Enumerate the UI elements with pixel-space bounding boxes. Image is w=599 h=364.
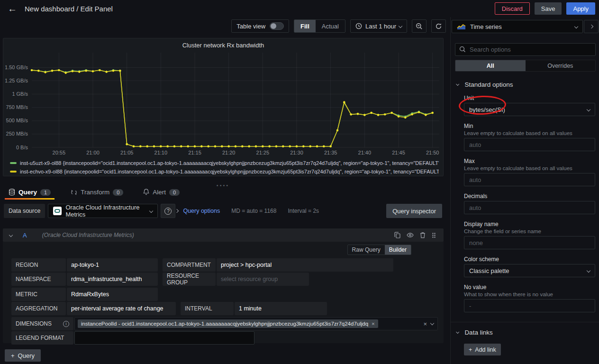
timeseries-chart[interactable]: 0 B/s250 MB/s500 MB/s750 MB/s1 GB/s1.25 …	[5, 50, 442, 158]
visualization-select[interactable]: Time series	[452, 20, 583, 33]
metric-select[interactable]: RdmaRxBytes	[67, 288, 158, 301]
color-scheme-label: Color scheme	[464, 256, 595, 263]
back-arrow-icon[interactable]: ←	[8, 3, 17, 14]
max-label: Max	[464, 158, 595, 164]
clear-dimensions-icon[interactable]: ×	[423, 320, 427, 328]
info-icon[interactable]: i	[63, 321, 69, 327]
chevron-right-icon	[589, 25, 593, 28]
series-label[interactable]: inst-echvo-x9-ol88 {instancepoolid="ocid…	[20, 169, 439, 174]
discard-button[interactable]: Discard	[495, 2, 530, 15]
chevron-down-icon	[587, 269, 590, 273]
namespace-label: NAMESPACE	[11, 273, 66, 286]
svg-text:1.25 GB/s: 1.25 GB/s	[5, 78, 28, 83]
fill-option[interactable]: Fill	[294, 20, 316, 32]
svg-text:20:55: 20:55	[53, 150, 66, 155]
series-color-swatch[interactable]	[10, 162, 17, 164]
legend-item[interactable]: inst-u5uzt-x9-ol88 {instancepoolid="ocid…	[10, 159, 439, 167]
region-select[interactable]: ap-tokyo-1	[67, 258, 158, 272]
svg-text:21:35: 21:35	[324, 150, 337, 155]
remove-query-button[interactable]	[420, 232, 426, 238]
search-options-input[interactable]	[455, 43, 596, 56]
query-row-header[interactable]: A (Oracle Cloud Infrastructure Metrics)	[3, 228, 444, 242]
dimensions-multiselect[interactable]: instancePoolId - ocid1.instancepool.oc1.…	[74, 317, 438, 330]
interval-label: INTERVAL	[181, 302, 234, 315]
search-icon	[459, 46, 466, 53]
svg-text:750 MB/s: 750 MB/s	[6, 104, 28, 110]
region-label: REGION	[11, 258, 66, 272]
oci-datasource-icon	[53, 207, 62, 215]
query-options-link[interactable]: Query options	[183, 208, 220, 214]
tab-alert[interactable]: Alert 0	[139, 185, 183, 200]
svg-text:21:05: 21:05	[120, 150, 134, 155]
zoom-out-button[interactable]	[412, 19, 427, 33]
section-divider	[451, 322, 599, 322]
visualization-name: Time series	[470, 23, 572, 30]
interval-select[interactable]: 1 minute	[235, 302, 327, 315]
collapse-query-icon[interactable]	[9, 233, 13, 237]
data-links-section-header[interactable]: Data links	[456, 329, 599, 336]
series-label[interactable]: inst-u5uzt-x9-ol88 {instancepoolid="ocid…	[20, 160, 439, 166]
color-scheme-select[interactable]: Classic palette	[464, 264, 595, 277]
trash-icon	[420, 232, 426, 238]
magnifier-minus-icon	[416, 23, 423, 30]
no-value-label: No value	[464, 284, 595, 291]
min-description: Leave empty to calculate based on all va…	[464, 130, 595, 136]
query-refid: A	[23, 232, 27, 239]
svg-text:21:00: 21:00	[86, 150, 100, 155]
svg-text:21:45: 21:45	[392, 150, 405, 155]
datasource-picker[interactable]: Oracle Cloud Infrastructure Metrics	[48, 204, 158, 218]
datasource-help-button[interactable]: ?	[161, 204, 175, 218]
aggregation-select[interactable]: per-interval average rate of change	[67, 302, 176, 315]
collapse-options-button[interactable]	[584, 20, 599, 33]
raw-query-option[interactable]: Raw Query	[348, 245, 385, 255]
legend-format-label: LEGEND FORMAT	[11, 331, 73, 345]
svg-text:21:10: 21:10	[154, 150, 168, 155]
chevron-right-icon[interactable]	[175, 209, 179, 213]
duplicate-query-button[interactable]	[394, 232, 400, 238]
series-color-swatch[interactable]	[10, 171, 17, 173]
decimals-input[interactable]	[464, 201, 595, 214]
time-range-picker[interactable]: Last 1 hour	[350, 19, 407, 33]
builder-option[interactable]: Builder	[385, 245, 411, 255]
color-scheme-value: Classic palette	[469, 267, 584, 274]
tab-query[interactable]: Query 1	[5, 185, 54, 200]
legend-format-input[interactable]	[74, 331, 254, 345]
datasource-name: Oracle Cloud Infrastructure Metrics	[65, 204, 147, 218]
namespace-select[interactable]: rdma_infrastructure_health	[67, 273, 158, 286]
resource-group-select[interactable]: select resource group	[217, 273, 309, 286]
chevron-down-icon	[149, 209, 153, 213]
chevron-down-icon	[430, 321, 434, 325]
svg-text:21:30: 21:30	[290, 150, 303, 155]
display-name-input[interactable]	[464, 236, 595, 249]
drag-query-handle[interactable]	[432, 232, 436, 238]
svg-text:500 MB/s: 500 MB/s	[6, 118, 28, 123]
actual-option[interactable]: Actual	[316, 20, 345, 32]
tab-overrides[interactable]: Overrides	[526, 60, 596, 71]
standard-options-section-header[interactable]: Standard options	[456, 81, 599, 88]
table-view-toggle[interactable]	[270, 22, 284, 30]
panel-title: Cluster network Rx bandwidth	[3, 38, 443, 49]
refresh-button[interactable]	[431, 19, 446, 33]
min-interval-value: Interval = 2s	[288, 208, 319, 214]
drag-dots-icon	[432, 232, 436, 238]
apply-button[interactable]: Apply	[566, 2, 595, 15]
add-query-button[interactable]: + Query	[5, 349, 41, 362]
legend-item[interactable]: inst-echvo-x9-ol88 {instancepoolid="ocid…	[10, 167, 439, 176]
unit-select[interactable]: bytes/sec(SI)	[464, 103, 595, 116]
tab-transform[interactable]: Transform 0	[67, 185, 127, 200]
tab-all[interactable]: All	[455, 60, 526, 71]
max-description: Leave empty to calculate based on all va…	[464, 165, 595, 171]
svg-text:0 B/s: 0 B/s	[16, 145, 28, 150]
min-input[interactable]	[464, 138, 595, 151]
fill-actual-switch: Fill Actual	[294, 19, 345, 33]
compartment-select[interactable]: project > hpc-portal	[217, 258, 393, 272]
remove-dimension-icon[interactable]: ×	[372, 321, 375, 327]
alert-count-badge: 0	[169, 189, 180, 196]
max-input[interactable]	[464, 173, 595, 186]
disable-query-button[interactable]	[407, 232, 414, 238]
query-inspector-button[interactable]: Query inspector	[386, 204, 442, 218]
add-link-button[interactable]: + Add link	[464, 344, 501, 355]
svg-text:21:40: 21:40	[358, 150, 372, 155]
no-value-input[interactable]	[464, 299, 595, 312]
save-button[interactable]: Save	[535, 2, 562, 15]
